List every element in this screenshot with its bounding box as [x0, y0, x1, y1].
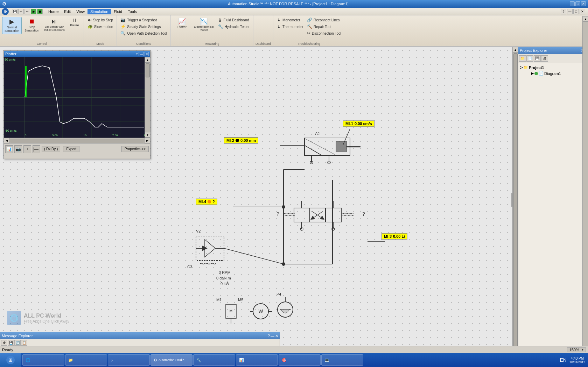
pause-button[interactable]: ⏸ Pause: [68, 17, 82, 28]
svg-text:?: ?: [276, 211, 279, 217]
close-button[interactable]: ✕: [581, 1, 586, 6]
dashboard-group-label: Dashboard: [255, 41, 271, 46]
electrotechnical-button[interactable]: 📉 Electrotechnical Plotter: [192, 17, 216, 33]
menu-home[interactable]: Home: [46, 9, 61, 14]
pe-diagram-item[interactable]: ▶ 📄 Diagram1: [525, 70, 587, 76]
thermometer-button[interactable]: 🌡 Thermometer: [275, 23, 305, 30]
me-tool-4[interactable]: 📋: [21, 340, 27, 346]
properties-btn[interactable]: Properties >>: [121, 146, 149, 152]
win-min[interactable]: —: [567, 9, 573, 14]
slow-motion-button[interactable]: 🐢 Slow motion: [86, 23, 114, 30]
simulation-with-initial-button[interactable]: ⏯ Simulation With Initial Conditions: [42, 17, 67, 33]
taskbar-item-4[interactable]: 🎯: [279, 354, 321, 366]
plotter-title-bar[interactable]: Plotter ? — ✕: [4, 51, 150, 57]
fluid-dashboard-button[interactable]: 🎛 Fluid Dashboard: [217, 17, 251, 23]
trigger-snapshot-button[interactable]: 📷 Trigger a Snapshot: [119, 17, 168, 23]
reconnect-icon: 🔗: [307, 18, 312, 22]
scroll-thumb[interactable]: [146, 63, 150, 77]
steady-state-button[interactable]: ⚡ Steady State Settings: [119, 23, 168, 30]
plotter-tool-2[interactable]: 📷: [14, 145, 22, 153]
plotter-button[interactable]: 📈 Plotter: [173, 17, 191, 30]
quick-btn-5[interactable]: ⏹: [37, 9, 43, 14]
svg-text:A1: A1: [315, 131, 320, 136]
quick-btn-2[interactable]: ↩: [18, 9, 24, 14]
plotter-scrollbar-right[interactable]: ▲ ▼: [145, 57, 150, 138]
plotter-minimize-btn[interactable]: —: [140, 52, 144, 56]
zoom-level: 150%: [569, 348, 579, 352]
svg-text:C3: C3: [187, 265, 192, 269]
pe-content: ▷ 📁 Project1 ▶ 📄 Diagram1: [518, 63, 588, 353]
step-by-step-button[interactable]: ⏭ Step by Step: [86, 17, 114, 23]
plotter-toolbar: 📊 📷 + |—| ( Dx,Dy ) Export Properties >>: [4, 143, 150, 154]
me-tool-2[interactable]: 💾: [8, 340, 14, 346]
taskbar-item-2[interactable]: 🔧: [193, 354, 235, 366]
quick-btn-1[interactable]: 💾: [12, 9, 18, 14]
plotter-question-btn[interactable]: ?: [135, 52, 139, 56]
me-tool-3[interactable]: 🔄: [14, 340, 21, 346]
pe-tool-1[interactable]: 📁: [519, 55, 526, 62]
scroll-down-btn[interactable]: ▼: [145, 132, 150, 138]
steady-state-icon: ⚡: [120, 24, 126, 29]
win-close[interactable]: ✕: [580, 9, 585, 14]
menu-simulation[interactable]: Simulation: [88, 9, 111, 14]
start-button[interactable]: ⊞: [0, 353, 21, 367]
tb-icon2: 🔧: [196, 358, 201, 362]
pe-collapse-icon[interactable]: ▷: [520, 65, 523, 70]
quick-btn-4[interactable]: ▶: [31, 9, 36, 14]
reconnect-lines-button[interactable]: 🔗 Reconnect Lines: [306, 17, 343, 23]
svg-text:⊞: ⊞: [8, 357, 13, 363]
scroll-up-btn[interactable]: ▲: [145, 57, 150, 63]
restore-button[interactable]: □: [575, 1, 580, 6]
menu-edit[interactable]: Edit: [61, 9, 74, 14]
plotter-close-btn[interactable]: ✕: [145, 52, 149, 56]
pe-scroll-up[interactable]: ▲: [583, 16, 588, 22]
taskbar-item-explorer[interactable]: 📁: [65, 354, 107, 366]
dx-dy-btn[interactable]: ( Dx,Dy ): [42, 146, 60, 152]
minimize-button[interactable]: —: [570, 1, 575, 6]
scroll-left-btn[interactable]: ◀: [4, 138, 9, 144]
normal-simulation-button[interactable]: ▶ Normal Simulation: [2, 17, 22, 34]
plotter-scrollbar-bottom[interactable]: ◀ ▶: [4, 138, 150, 143]
me-minimize-btn[interactable]: —: [271, 334, 274, 338]
canvas-scroll-up[interactable]: ▲: [513, 47, 518, 53]
svg-text:0 kW: 0 kW: [220, 282, 230, 286]
me-close-btn[interactable]: ✕: [275, 334, 278, 338]
pe-tool-3[interactable]: 💾: [534, 55, 541, 62]
pe-diagram-name[interactable]: Diagram1: [544, 71, 561, 76]
menu-view[interactable]: View: [74, 9, 88, 14]
repair-tool-button[interactable]: 🔨 Repair Tool: [306, 23, 343, 30]
canvas-vscroll[interactable]: ▲ ▼: [512, 47, 518, 353]
plotter-tool-1[interactable]: 📊: [5, 145, 13, 153]
menu-fluid[interactable]: Fluid: [111, 9, 125, 14]
export-btn[interactable]: Export: [63, 146, 79, 152]
ribbon-group-mode: ⏭ Step by Step 🐢 Slow motion Mode: [84, 15, 117, 46]
pe-project-name[interactable]: Project1: [529, 65, 544, 70]
taskbar-item-as[interactable]: ⚙ Automation Studio: [150, 354, 192, 366]
disconnection-tool-button[interactable]: ✂ Disconnection Tool: [306, 30, 343, 36]
menu-tools[interactable]: Tools: [125, 9, 140, 14]
taskbar-item-5[interactable]: 💻: [321, 354, 363, 366]
zoom-plus[interactable]: +: [582, 348, 583, 352]
quick-btn-3[interactable]: ↪: [24, 9, 30, 14]
me-question-btn[interactable]: ?: [268, 334, 270, 338]
pe-tool-2[interactable]: 📄: [526, 55, 533, 62]
open-path-button[interactable]: 🔍 Open Path Detection Tool: [119, 30, 168, 36]
scroll-right-btn[interactable]: ▶: [145, 138, 150, 144]
canvas-area[interactable]: A1 ≈≈≈ ≈≈≈: [0, 47, 518, 353]
pe-tool-4[interactable]: 🖨: [541, 55, 548, 62]
zoom-minus[interactable]: -: [580, 348, 581, 352]
taskbar-item-ie[interactable]: 🌐: [22, 354, 64, 366]
hydraulic-tester-button[interactable]: 🔧 Hydraulic Tester: [217, 23, 251, 30]
mi1-label: MI-1 0.00 cm/s: [343, 120, 374, 127]
as-icon: ⚙: [154, 358, 157, 362]
win-max[interactable]: □: [573, 9, 579, 14]
stop-simulation-button[interactable]: ⏹ Stop Simulation: [22, 17, 41, 34]
svg-text:⚙: ⚙: [4, 9, 7, 14]
help-btn[interactable]: ?: [561, 9, 566, 14]
plotter-tool-3[interactable]: +: [23, 145, 31, 153]
me-tool-1[interactable]: 🗑: [1, 340, 7, 346]
manometer-button[interactable]: 🌡 Manometer: [275, 17, 305, 23]
plotter-tool-4[interactable]: |—|: [33, 145, 40, 153]
taskbar-item-3[interactable]: 📊: [236, 354, 278, 366]
taskbar-item-music[interactable]: ♪: [108, 354, 150, 366]
